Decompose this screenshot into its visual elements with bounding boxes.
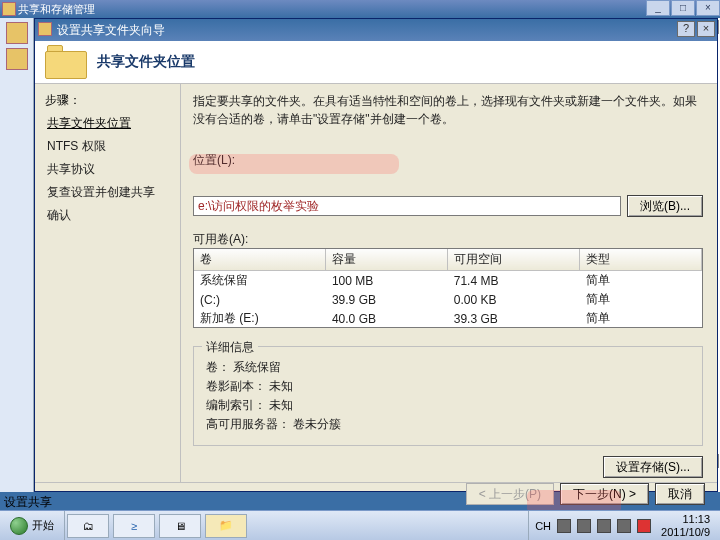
next-button[interactable]: 下一步(N) > (560, 483, 649, 505)
wizard-close-button[interactable]: × (697, 21, 715, 37)
tray-icon[interactable] (617, 519, 631, 533)
wizard-help-button[interactable]: ? (677, 21, 695, 37)
col-volume[interactable]: 卷 (194, 249, 326, 271)
server-icon: 🖥 (175, 520, 186, 532)
wizard-main: 指定要共享的文件夹。在具有适当特性和空间的卷上，选择现有文件夹或新建一个文件夹。… (181, 84, 717, 482)
minimize-button[interactable]: _ (646, 0, 670, 16)
system-tray[interactable]: CH 11:13 2011/10/9 (528, 511, 720, 540)
taskbar[interactable]: 开始 🗂 ≥ 🖥 📁 CH 11:13 2011/10/9 (0, 510, 720, 540)
explorer-icon: 🗂 (83, 520, 94, 532)
detail-shadow: 卷影副本： 未知 (206, 378, 690, 395)
col-free[interactable]: 可用空间 (448, 249, 580, 271)
details-legend: 详细信息 (202, 339, 258, 356)
set-storage-button[interactable]: 设置存储(S)... (603, 456, 703, 478)
tray-icon[interactable] (597, 519, 611, 533)
tray-icon[interactable] (577, 519, 591, 533)
back-button: < 上一步(P) (466, 483, 554, 505)
mmc-icon (6, 48, 28, 70)
tray-icon[interactable] (637, 519, 651, 533)
step-location[interactable]: 共享文件夹位置 (47, 115, 168, 132)
page-title: 共享文件夹位置 (97, 53, 195, 71)
share-icon: 📁 (219, 519, 233, 532)
table-row[interactable]: (C:)39.9 GB0.00 KB简单 (194, 290, 702, 309)
bottom-label: 设置共享 (4, 494, 52, 511)
taskbar-app-explorer[interactable]: 🗂 (67, 514, 109, 538)
detail-index: 编制索引： 未知 (206, 397, 690, 414)
detail-ha: 高可用服务器： 卷未分簇 (206, 416, 690, 433)
taskbar-clock[interactable]: 11:13 2011/10/9 (657, 513, 714, 537)
taskbar-app-powershell[interactable]: ≥ (113, 514, 155, 538)
tray-icon[interactable] (557, 519, 571, 533)
table-row[interactable]: 新加卷 (E:)40.0 GB39.3 GB简单 (194, 309, 702, 328)
location-label: 位置(L): (193, 152, 703, 169)
instruction-text: 指定要共享的文件夹。在具有适当特性和空间的卷上，选择现有文件夹或新建一个文件夹。… (193, 92, 703, 128)
app-icon (2, 2, 16, 16)
wizard-icon (38, 22, 52, 36)
start-button[interactable]: 开始 (0, 511, 65, 540)
location-input[interactable] (193, 196, 621, 216)
wizard-window: 设置共享文件夹向导 ? × 共享文件夹位置 步骤： 共享文件夹位置 NTFS 权… (34, 18, 718, 492)
start-label: 开始 (32, 518, 54, 533)
maximize-button[interactable]: □ (671, 0, 695, 16)
cancel-button[interactable]: 取消 (655, 483, 705, 505)
details-group: 详细信息 卷： 系统保留 卷影副本： 未知 编制索引： 未知 高可用服务器： 卷… (193, 346, 703, 446)
step-confirm[interactable]: 确认 (47, 207, 168, 224)
browse-button[interactable]: 浏览(B)... (627, 195, 703, 217)
start-orb-icon (10, 517, 28, 535)
close-button[interactable]: × (696, 0, 720, 16)
powershell-icon: ≥ (131, 520, 137, 532)
step-protocol[interactable]: 共享协议 (47, 161, 168, 178)
background-window-title: 共享和存储管理 (18, 3, 95, 15)
mmc-left-strip (0, 18, 34, 492)
background-window-titlebar: 共享和存储管理 _ □ × (0, 0, 720, 18)
folder-icon (45, 45, 87, 79)
clock-time: 11:13 (661, 513, 710, 525)
steps-sidebar: 步骤： 共享文件夹位置 NTFS 权限 共享协议 复查设置并创建共享 确认 (35, 84, 181, 482)
step-ntfs[interactable]: NTFS 权限 (47, 138, 168, 155)
col-capacity[interactable]: 容量 (326, 249, 448, 271)
steps-heading: 步骤： (45, 92, 170, 109)
wizard-header: 共享文件夹位置 (35, 41, 717, 84)
ime-indicator[interactable]: CH (535, 520, 551, 532)
detail-volume: 卷： 系统保留 (206, 359, 690, 376)
wizard-titlebar[interactable]: 设置共享文件夹向导 ? × (35, 19, 717, 41)
mmc-icon (6, 22, 28, 44)
volumes-grid[interactable]: 卷 容量 可用空间 类型 系统保留100 MB71.4 MB简单 (C:)39.… (193, 248, 703, 328)
clock-date: 2011/10/9 (661, 526, 710, 538)
wizard-title: 设置共享文件夹向导 (57, 23, 165, 37)
table-row[interactable]: 系统保留100 MB71.4 MB简单 (194, 271, 702, 291)
taskbar-app-server[interactable]: 🖥 (159, 514, 201, 538)
col-type[interactable]: 类型 (580, 249, 702, 271)
taskbar-app-share[interactable]: 📁 (205, 514, 247, 538)
wizard-footer: < 上一步(P) 下一步(N) > 取消 (35, 482, 717, 505)
available-volumes-label: 可用卷(A): (193, 231, 703, 248)
step-review[interactable]: 复查设置并创建共享 (47, 184, 168, 201)
